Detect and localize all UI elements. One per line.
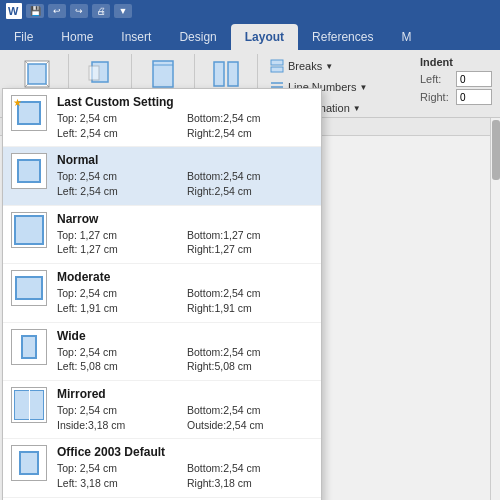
columns-icon [210, 58, 242, 90]
margin-item-narrow[interactable]: Narrow Top: 1,27 cm Bottom:1,27 cm Left:… [3, 206, 321, 264]
indent-right-label: Right: [420, 91, 452, 103]
margin-item-normal[interactable]: Normal Top: 2,54 cm Bottom:2,54 cm Left:… [3, 147, 321, 205]
indent-section: Indent Left: 0 Right: 0 [412, 54, 500, 117]
size-icon [147, 58, 179, 90]
margin-icon-office2003 [11, 445, 47, 481]
vertical-scrollbar[interactable] [490, 118, 500, 500]
margin-text-mirrored: Mirrored Top: 2,54 cm Bottom:2,54 cm Ins… [57, 387, 313, 432]
indent-title: Indent [420, 56, 492, 68]
margins-icon [21, 58, 53, 90]
margin-text-last-custom: Last Custom Setting Top: 2,54 cm Bottom:… [57, 95, 313, 140]
undo-btn[interactable]: ↩ [48, 4, 66, 18]
svg-rect-12 [228, 62, 238, 86]
breaks-button[interactable]: Breaks ▼ [264, 56, 338, 76]
breaks-icon [269, 58, 285, 74]
tab-insert[interactable]: Insert [107, 24, 165, 50]
line-numbers-arrow: ▼ [359, 83, 367, 92]
margin-text-wide: Wide Top: 2,54 cm Bottom:2,54 cm Left: 5… [57, 329, 313, 374]
tab-references[interactable]: References [298, 24, 387, 50]
margin-icon-wide [11, 329, 47, 365]
indent-right-row: Right: 0 [420, 89, 492, 105]
svg-rect-2 [28, 64, 46, 84]
tab-file[interactable]: File [0, 24, 47, 50]
margin-text-moderate: Moderate Top: 2,54 cm Bottom:2,54 cm Lef… [57, 270, 313, 315]
hyphenation-arrow: ▼ [353, 104, 361, 113]
svg-rect-8 [89, 66, 99, 80]
margin-item-mirrored[interactable]: Mirrored Top: 2,54 cm Bottom:2,54 cm Ins… [3, 381, 321, 439]
margin-item-office2003[interactable]: Office 2003 Default Top: 2,54 cm Bottom:… [3, 439, 321, 497]
tab-design[interactable]: Design [165, 24, 230, 50]
print-preview-btn[interactable]: 🖨 [92, 4, 110, 18]
title-bar: W 💾 ↩ ↪ 🖨 ▼ [0, 0, 500, 22]
star-icon: ★ [13, 97, 22, 108]
margin-text-narrow: Narrow Top: 1,27 cm Bottom:1,27 cm Left:… [57, 212, 313, 257]
margin-icon-moderate [11, 270, 47, 306]
breaks-arrow: ▼ [325, 62, 333, 71]
margins-dropdown: ★ Last Custom Setting Top: 2,54 cm Botto… [2, 88, 322, 500]
customize-btn[interactable]: ▼ [114, 4, 132, 18]
tab-more[interactable]: M [387, 24, 425, 50]
indent-left-row: Left: 0 [420, 71, 492, 87]
indent-right-input[interactable]: 0 [456, 89, 492, 105]
svg-rect-14 [271, 67, 283, 72]
ribbon-row-breaks: Breaks ▼ [264, 56, 406, 76]
margin-text-normal: Normal Top: 2,54 cm Bottom:2,54 cm Left:… [57, 153, 313, 198]
save-btn[interactable]: 💾 [26, 4, 44, 18]
margin-item-last-custom[interactable]: ★ Last Custom Setting Top: 2,54 cm Botto… [3, 89, 321, 147]
margin-icon-mirrored [11, 387, 47, 423]
margin-text-office2003: Office 2003 Default Top: 2,54 cm Bottom:… [57, 445, 313, 490]
redo-btn[interactable]: ↪ [70, 4, 88, 18]
breaks-label: Breaks [288, 60, 322, 72]
quick-access-toolbar: 💾 ↩ ↪ 🖨 ▼ [26, 4, 132, 18]
ribbon-tabs: File Home Insert Design Layout Reference… [0, 22, 500, 50]
orientation-icon [84, 58, 116, 90]
margin-item-wide[interactable]: Wide Top: 2,54 cm Bottom:2,54 cm Left: 5… [3, 323, 321, 381]
indent-left-input[interactable]: 0 [456, 71, 492, 87]
scrollbar-thumb[interactable] [492, 120, 500, 180]
margin-icon-normal [11, 153, 47, 189]
tab-home[interactable]: Home [47, 24, 107, 50]
indent-left-label: Left: [420, 73, 452, 85]
margin-item-moderate[interactable]: Moderate Top: 2,54 cm Bottom:2,54 cm Lef… [3, 264, 321, 322]
margin-icon-last-custom: ★ [11, 95, 47, 131]
word-icon: W [6, 3, 22, 19]
tab-layout[interactable]: Layout [231, 24, 298, 50]
svg-rect-11 [214, 62, 224, 86]
svg-text:W: W [8, 5, 19, 17]
svg-rect-13 [271, 60, 283, 65]
margin-icon-narrow [11, 212, 47, 248]
